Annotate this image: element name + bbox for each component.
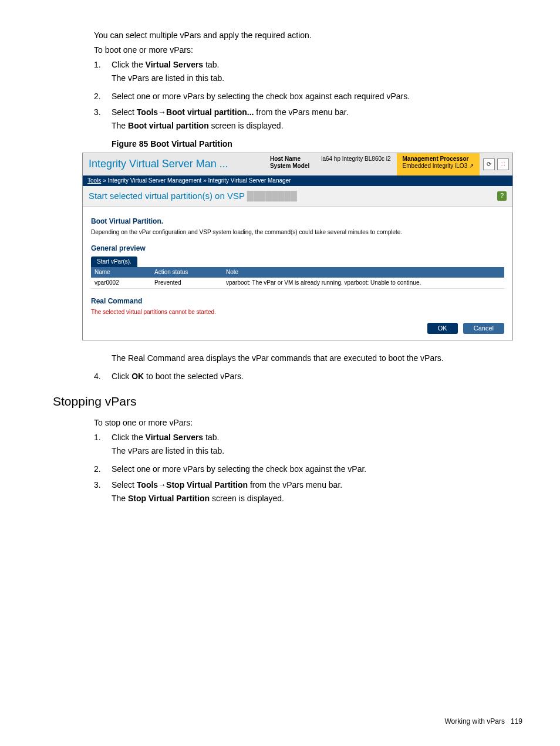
start-vpars-tab[interactable]: Start vPar(s).: [91, 256, 137, 267]
row-note: vparboot: The vPar or VM is already runn…: [222, 278, 504, 289]
intro-line1: You can select multiple vPars and apply …: [94, 29, 525, 42]
ss-header-icons: ⟳ ∷: [480, 153, 512, 175]
stop-num-2: 2.: [94, 463, 112, 475]
step-num-3: 3.: [94, 106, 112, 119]
stop-num-3: 3.: [94, 479, 112, 491]
stop-num-1: 1.: [94, 431, 112, 444]
bc-sep2: »: [201, 177, 208, 184]
screenshot: Integrity Virtual Server Man ... Host Na…: [82, 153, 513, 340]
stop-3d: from the vPars menu bar.: [248, 480, 342, 490]
footer-page: 119: [511, 717, 522, 725]
step-3sub-b: Boot virtual partition: [128, 121, 209, 130]
breadcrumb-p1[interactable]: Integrity Virtual Server Management: [107, 177, 201, 184]
figure-caption: Figure 85 Boot Virtual Partition: [112, 138, 525, 150]
stop-1c: tab.: [203, 433, 219, 442]
step-4b: OK: [131, 372, 144, 381]
real-command-heading: Real Command: [91, 297, 504, 305]
ss-host-values: ia64 hp Integrity BL860c i2: [315, 153, 396, 175]
stopping-intro: To stop one or more vPars:: [94, 417, 525, 429]
ss-host-info: Host Name System Model: [264, 153, 315, 175]
cancel-button[interactable]: Cancel: [463, 323, 504, 334]
section-title: Start selected virtual partition(s) on V…: [89, 191, 297, 201]
row-status: Prevented: [151, 278, 222, 289]
step-4c: to boot the selected vPars.: [144, 372, 244, 381]
stopping-heading: Stopping vPars: [53, 392, 525, 411]
step-1a: Click the: [112, 60, 146, 69]
stop-step-2: Select one or more vPars by selecting th…: [112, 463, 525, 475]
step-3-arrow: →: [158, 107, 166, 117]
step-3d: from the vPars menu bar.: [254, 107, 348, 117]
step-1: Click the Virtual Servers tab.: [112, 59, 525, 71]
step-1-sub: The vPars are listed in this tab.: [112, 72, 525, 85]
table-row: vpar0002 Prevented vparboot: The vPar or…: [91, 278, 504, 289]
grid-icon[interactable]: ∷: [497, 158, 509, 170]
host-name-label: Host Name: [270, 156, 309, 163]
stop-3-arrow: →: [158, 480, 166, 490]
step-3b: Tools: [137, 107, 158, 117]
vpar-table: Name Action status Note vpar0002 Prevent…: [91, 267, 504, 289]
stop-3c: Stop Virtual Partition: [166, 480, 248, 490]
stop-3a: Select: [112, 480, 137, 490]
step-3-sub: The Boot virtual partition screen is dis…: [112, 120, 525, 132]
stop-3b: Tools: [137, 480, 158, 490]
stop-3sub-a: The: [112, 494, 128, 503]
stop-3-sub: The Stop Virtual Partition screen is dis…: [112, 492, 525, 505]
step-4a: Click: [112, 372, 131, 381]
step-2: Select one or more vPars by selecting th…: [112, 90, 525, 103]
stop-step-1: Click the Virtual Servers tab.: [112, 431, 525, 444]
step-3sub-a: The: [112, 121, 128, 130]
stop-1a: Click the: [112, 433, 146, 442]
row-name: vpar0002: [91, 278, 151, 289]
step-3: Select Tools→Boot virtual partition... f…: [112, 106, 525, 119]
col-name: Name: [91, 267, 151, 278]
page-footer: Working with vPars 119: [35, 716, 525, 727]
refresh-icon[interactable]: ⟳: [483, 158, 495, 170]
stop-step-3: Select Tools→Stop Virtual Partition from…: [112, 479, 525, 491]
intro-line2: To boot one or more vPars:: [94, 44, 525, 56]
stop-1b: Virtual Servers: [146, 433, 204, 442]
step-num-2: 2.: [94, 90, 112, 103]
mgmt-label: Management Processor: [403, 156, 474, 163]
step-3c: Boot virtual partition...: [166, 107, 254, 117]
system-model-value: ia64 hp Integrity BL860c i2: [321, 156, 390, 163]
ss-title: Integrity Virtual Server Man ...: [83, 153, 264, 175]
system-model-label: System Model: [270, 163, 309, 170]
col-status: Action status: [151, 267, 222, 278]
ss-footer: OK Cancel: [83, 319, 512, 340]
ss-header: Integrity Virtual Server Man ... Host Na…: [83, 153, 512, 175]
general-preview-heading: General preview: [91, 244, 504, 252]
step-4: Click OK to boot the selected vPars.: [112, 370, 525, 383]
stop-3sub-c: screen is displayed.: [210, 494, 284, 503]
step-3a: Select: [112, 107, 137, 117]
boot-note: Depending on the vPar configuration and …: [91, 229, 504, 236]
step-1c: tab.: [203, 60, 219, 69]
stop-3sub-b: Stop Virtual Partition: [128, 494, 210, 503]
boot-heading: Boot Virtual Partition.: [91, 217, 504, 225]
mgmt-value[interactable]: Embedded Integrity iLO3 ↗: [403, 163, 474, 170]
breadcrumb-p2[interactable]: Integrity Virtual Server Manager: [208, 177, 291, 184]
ss-mgmt: Management Processor Embedded Integrity …: [397, 153, 480, 175]
step-1b: Virtual Servers: [146, 60, 204, 69]
bc-sep1: »: [101, 177, 107, 184]
step-3sub-c: screen is displayed.: [209, 121, 284, 130]
ok-button[interactable]: OK: [427, 323, 458, 334]
col-note: Note: [222, 267, 504, 278]
after-fig-line: The Real Command area displays the vPar …: [112, 352, 525, 364]
section-bar: Start selected virtual partition(s) on V…: [83, 186, 512, 207]
step-num-4: 4.: [94, 370, 112, 383]
stop-1-sub: The vPars are listed in this tab.: [112, 445, 525, 457]
footer-text: Working with vPars: [444, 717, 504, 725]
help-icon[interactable]: ?: [497, 191, 507, 201]
real-command-msg: The selected virtual partitions cannot b…: [91, 309, 504, 316]
step-num-1: 1.: [94, 59, 112, 71]
breadcrumb-tools[interactable]: Tools: [87, 177, 101, 184]
ss-body: Boot Virtual Partition. Depending on the…: [83, 207, 512, 319]
breadcrumb: Tools » Integrity Virtual Server Managem…: [83, 175, 512, 186]
